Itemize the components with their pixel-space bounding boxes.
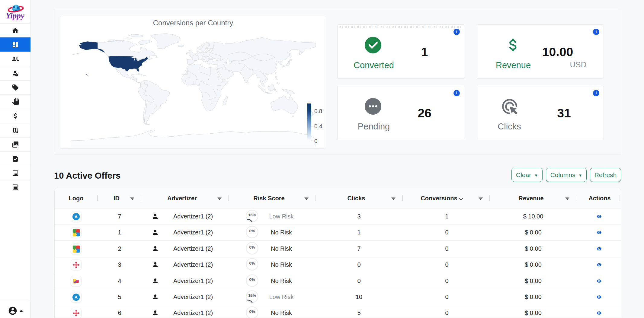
- svg-text:0.4: 0.4: [314, 123, 322, 129]
- svg-text:0: 0: [314, 138, 318, 144]
- svg-text:0.8: 0.8: [314, 108, 322, 114]
- svg-text:Yippy: Yippy: [6, 11, 25, 20]
